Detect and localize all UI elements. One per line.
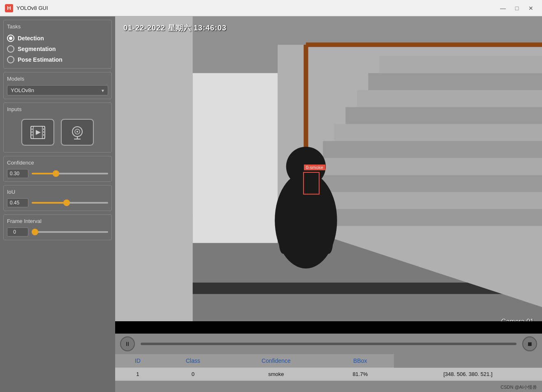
video-area: 0-smoke 01-22-2022 星期六 13:46:03 Camera 0… [115, 16, 542, 334]
video-bottom-bar [115, 321, 542, 334]
app-title: YOLOv8 GUI [16, 5, 497, 11]
camera-icon [69, 124, 86, 141]
pause-icon: ⏸ [125, 341, 130, 347]
inputs-section: Inputs [3, 102, 112, 153]
radio-detection-label: Detection [18, 35, 44, 42]
svg-rect-32 [193, 73, 278, 243]
minimize-button[interactable]: — [497, 2, 509, 14]
svg-marker-9 [36, 130, 41, 135]
right-panel: 0-smoke 01-22-2022 星期六 13:46:03 Camera 0… [115, 16, 542, 392]
col-header-class: Class [160, 354, 226, 368]
col-header-bbox: BBox [327, 354, 394, 368]
detection-bounding-box: 0-smoke [303, 172, 320, 195]
confidence-section: Confidence [3, 156, 112, 182]
video-input-button[interactable] [21, 119, 54, 146]
progress-bar[interactable] [141, 343, 517, 345]
radio-pose-circle [7, 56, 14, 63]
svg-rect-31 [115, 16, 193, 334]
svg-rect-8 [43, 134, 44, 136]
main-layout: Tasks Detection Segmentation Pose Estima… [0, 16, 542, 392]
model-select-wrapper: YOLOv8n YOLOv8s YOLOv8m YOLOv8l YOLOv8x [7, 85, 108, 95]
cell-confidence: 81.7% [327, 368, 394, 381]
inputs-title: Inputs [7, 106, 108, 112]
models-title: Models [7, 76, 108, 82]
radio-pose[interactable]: Pose Estimation [7, 54, 108, 65]
scene-svg [115, 16, 542, 334]
watermark: CSDN @AI小怪兽 [115, 383, 542, 392]
iou-title: IoU [7, 189, 108, 195]
svg-rect-7 [43, 131, 44, 133]
results-header-row: ID Class Confidence BBox [115, 354, 542, 368]
stop-icon: ⏹ [527, 341, 533, 347]
frame-interval-title: Frame Interval [7, 218, 108, 224]
svg-rect-28 [380, 56, 542, 73]
iou-section: IoU [3, 185, 112, 211]
svg-rect-27 [368, 73, 542, 90]
left-panel: Tasks Detection Segmentation Pose Estima… [0, 16, 115, 392]
iou-slider[interactable] [32, 202, 108, 204]
results-table-header: ID Class Confidence BBox [115, 354, 542, 368]
radio-segmentation-label: Segmentation [18, 46, 56, 52]
frame-interval-slider[interactable] [32, 231, 108, 233]
svg-rect-22 [312, 158, 542, 175]
svg-rect-5 [32, 134, 32, 136]
confidence-slider[interactable] [32, 173, 108, 174]
video-file-icon [30, 124, 46, 141]
radio-detection[interactable]: Detection [7, 33, 108, 44]
svg-rect-24 [334, 124, 542, 141]
confidence-slider-row [7, 169, 108, 178]
models-section: Models YOLOv8n YOLOv8s YOLOv8m YOLOv8l Y… [3, 72, 112, 99]
radio-segmentation-circle [7, 45, 14, 53]
confidence-title: Confidence [7, 160, 108, 166]
maximize-button[interactable]: □ [511, 2, 523, 14]
radio-pose-label: Pose Estimation [18, 56, 63, 63]
results-table-wrap: ID Class Confidence BBox 1 0 smoke 81.7%… [115, 354, 542, 383]
radio-segmentation[interactable]: Segmentation [7, 44, 108, 54]
close-button[interactable]: ✕ [525, 2, 537, 14]
window-controls: — □ ✕ [497, 2, 537, 14]
cell-bbox: [348. 506. 380. 521.] [394, 368, 542, 381]
frame-interval-input[interactable] [7, 227, 28, 237]
svg-rect-25 [345, 107, 542, 124]
radio-detection-circle [7, 35, 14, 42]
confidence-input[interactable] [7, 169, 28, 178]
model-select[interactable]: YOLOv8n YOLOv8s YOLOv8m YOLOv8l YOLOv8x [7, 85, 108, 95]
input-icons-row [7, 116, 108, 149]
cell-row-num: 1 [115, 368, 160, 381]
svg-rect-21 [300, 175, 542, 192]
controls-bar: ⏸ ⏹ [115, 334, 542, 354]
iou-input[interactable] [7, 198, 28, 207]
col-header-id: ID [115, 354, 160, 368]
svg-rect-4 [32, 131, 32, 133]
stop-button[interactable]: ⏹ [522, 336, 537, 351]
pause-button[interactable]: ⏸ [120, 336, 135, 351]
svg-rect-6 [43, 128, 44, 130]
svg-point-12 [76, 131, 78, 132]
video-timestamp: 01-22-2022 星期六 13:46:03 [123, 23, 227, 33]
frame-interval-section: Frame Interval [3, 214, 112, 240]
col-header-confidence: Confidence [226, 354, 327, 368]
detection-box-label: 0-smoke [304, 165, 325, 170]
scene-canvas: 0-smoke [115, 16, 542, 334]
tasks-title: Tasks [7, 23, 108, 30]
results-table: ID Class Confidence BBox 1 0 smoke 81.7%… [115, 354, 542, 381]
cell-id: 0 [160, 368, 226, 381]
svg-rect-23 [323, 141, 542, 158]
app-icon: H [5, 4, 13, 12]
titlebar: H YOLOv8 GUI — □ ✕ [0, 0, 542, 16]
iou-slider-row [7, 198, 108, 207]
camera-input-button[interactable] [61, 119, 94, 146]
cell-class: smoke [226, 368, 327, 381]
tasks-section: Tasks Detection Segmentation Pose Estima… [3, 20, 112, 69]
table-row: 1 0 smoke 81.7% [348. 506. 380. 521.] [115, 368, 542, 381]
svg-rect-26 [357, 90, 542, 107]
results-table-body: 1 0 smoke 81.7% [348. 506. 380. 521.] [115, 368, 542, 381]
frame-interval-slider-row [7, 227, 108, 237]
svg-rect-3 [32, 128, 32, 130]
